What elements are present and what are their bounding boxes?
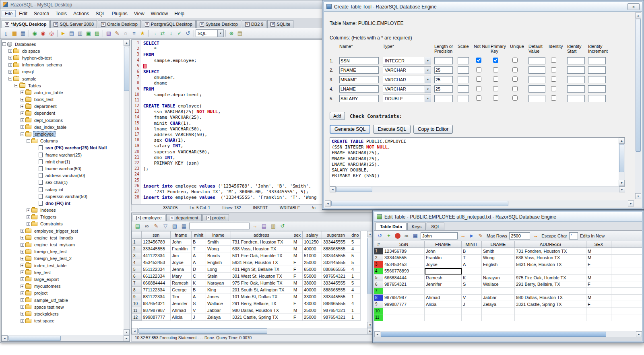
cell[interactable]: M <box>292 307 303 314</box>
scale-input[interactable] <box>458 85 469 93</box>
connection-tab-sybase-desktop[interactable]: ×Sybase Desktop <box>196 20 241 28</box>
cell[interactable]: 5631 Rice, Houston TX <box>231 259 292 266</box>
tree-item[interactable]: +Indexes <box>2 207 124 214</box>
cell[interactable]: 888665555 <box>322 300 350 307</box>
cell[interactable]: 666884444 <box>142 280 171 287</box>
format-sql-icon[interactable]: ≡ <box>130 29 138 37</box>
tree-item[interactable]: +engine_test_innodb <box>2 234 124 241</box>
expand-icon[interactable]: + <box>21 277 24 281</box>
close-tab-icon[interactable]: × <box>145 22 149 27</box>
expand-icon[interactable]: + <box>21 118 24 122</box>
menu-edit[interactable]: Edit <box>16 10 31 17</box>
cell[interactable]: B <box>192 287 206 293</box>
cell[interactable]: 123456789 <box>142 239 171 246</box>
tree-item[interactable]: +dependent <box>2 110 124 117</box>
unique-checkbox[interactable] <box>512 95 518 101</box>
collapse-icon[interactable]: − <box>21 132 24 136</box>
primary-key-checkbox[interactable] <box>493 67 498 72</box>
edit-cell[interactable] <box>462 308 482 315</box>
edit-cell[interactable] <box>586 268 611 275</box>
cell[interactable]: 25000 <box>303 314 322 321</box>
scroll-left-icon[interactable]: ◄ <box>330 186 336 192</box>
results-row[interactable]: 8771122334GeorgeBKing201 South St, Arlin… <box>132 287 361 293</box>
connection-tab--mysql-desktop[interactable]: ×*MySQL Desktop <box>2 20 50 28</box>
execute-sql-button[interactable]: Execute SQL <box>373 125 411 134</box>
expand-icon[interactable]: + <box>21 243 24 247</box>
edit-search-input[interactable] <box>421 232 458 239</box>
edit-cell[interactable]: Wong <box>482 255 515 262</box>
edit-cell[interactable] <box>586 308 611 315</box>
results-column-sex[interactable]: sex <box>292 231 303 239</box>
tree-item[interactable]: +large_export <box>2 276 124 283</box>
edit-table-row[interactable]: 7 <box>374 288 642 295</box>
cell[interactable]: 1 <box>350 314 361 321</box>
cell[interactable]: 333445555 <box>322 252 350 259</box>
cell[interactable]: 1 <box>350 293 361 300</box>
scroll-right-icon[interactable]: ► <box>636 331 642 337</box>
chevron-down-icon[interactable]: ▼ <box>217 30 223 37</box>
cell[interactable]: V <box>192 307 206 314</box>
expand-icon[interactable]: + <box>21 236 24 239</box>
cell[interactable]: Ahmad <box>171 307 192 314</box>
edit-cell[interactable]: 666884444 <box>383 275 425 281</box>
tree-item[interactable]: −Tables <box>2 82 124 89</box>
results-tab-department[interactable]: ×department <box>166 214 202 221</box>
length-input[interactable] <box>434 57 453 64</box>
tree-item[interactable]: +employee_trigger_test <box>2 227 124 234</box>
tree-item[interactable]: +department <box>2 103 124 110</box>
cell[interactable]: 888665555 <box>322 287 350 293</box>
cell[interactable]: 25000 <box>303 259 322 266</box>
not-null-checkbox[interactable] <box>476 86 481 91</box>
cell[interactable]: K <box>192 280 206 287</box>
tree-item[interactable]: +space test new <box>2 303 124 310</box>
expand-icon[interactable]: + <box>21 298 24 302</box>
edit-table-row[interactable]: 3453453453JoyceAEnglish5631 Rice, Housto… <box>374 261 642 268</box>
expand-icon[interactable]: + <box>21 111 24 115</box>
scroll-thumb[interactable] <box>636 19 641 152</box>
tree-item[interactable]: +project <box>2 290 124 297</box>
identity-start-input[interactable] <box>567 57 585 64</box>
edit-tab-keys[interactable]: Keys <box>407 223 426 230</box>
column-type-combo[interactable]: VARCHAR▼ <box>383 85 431 93</box>
not-null-checkbox[interactable] <box>476 76 481 82</box>
scroll-left-icon[interactable]: ◄ <box>132 328 138 334</box>
edit-cell[interactable]: J <box>462 301 482 308</box>
sql-mode-combo[interactable]: SQL▼ <box>196 29 224 37</box>
goto-icon[interactable]: ► <box>468 232 476 240</box>
edit-cell[interactable] <box>515 314 586 321</box>
identity-checkbox[interactable] <box>551 58 556 63</box>
edit-column-header-sex[interactable]: SEX <box>586 241 611 248</box>
collapse-icon[interactable]: − <box>27 139 30 143</box>
validate-icon[interactable]: ✓ <box>175 29 184 37</box>
edit-table-row[interactable]: 10 <box>374 308 642 315</box>
cell[interactable]: 40000 <box>303 246 322 252</box>
length-input[interactable] <box>434 95 453 102</box>
scroll-thumb[interactable] <box>8 336 61 341</box>
cell[interactable]: F <box>292 259 303 266</box>
scroll-thumb[interactable] <box>336 187 372 192</box>
edit-column-header-lname[interactable]: LNAME <box>482 241 515 248</box>
unique-checkbox[interactable] <box>512 67 518 72</box>
bookmark-icon[interactable]: ★ <box>138 29 147 37</box>
scroll-down-icon[interactable]: ▼ <box>619 180 625 186</box>
main-titlebar[interactable]: RazorSQL - MySQL Desktop <box>0 0 374 9</box>
scroll-thumb[interactable] <box>331 201 508 206</box>
primary-key-checkbox[interactable] <box>493 95 498 101</box>
edit-table-row[interactable]: 45566778899 <box>374 268 642 275</box>
expand-icon[interactable]: + <box>21 250 24 254</box>
tree-item[interactable]: −employee <box>2 130 124 137</box>
results-filter-input[interactable] <box>189 223 250 229</box>
edit-cell[interactable]: John <box>425 248 462 255</box>
edit-cell-icon[interactable]: ✎ <box>477 232 485 240</box>
tree-item[interactable]: +sample_utf_table <box>2 297 124 303</box>
cell[interactable]: John <box>171 239 192 246</box>
cell[interactable]: 771122334 <box>142 287 171 293</box>
chevron-down-icon[interactable]: ▼ <box>425 67 431 74</box>
undo-icon[interactable]: ↺ <box>184 29 192 37</box>
edit-cell[interactable]: Joyce <box>425 261 462 268</box>
cell[interactable]: A <box>192 293 206 300</box>
cell[interactable]: Stein <box>206 273 231 280</box>
tree-item[interactable]: +foreign_key_test_2 <box>2 255 124 262</box>
edit-cell[interactable] <box>515 268 586 275</box>
cell[interactable]: 33000 <box>303 293 322 300</box>
